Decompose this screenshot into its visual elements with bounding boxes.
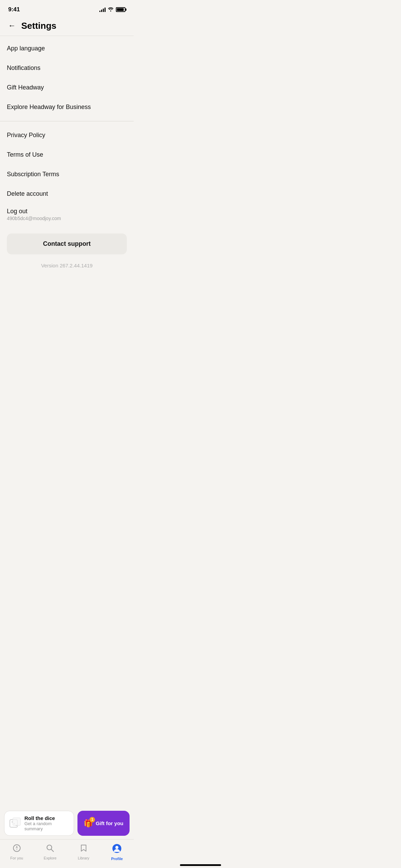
logout-email: 490b5dc4@moodjoy.com: [7, 216, 127, 221]
status-icons: [99, 7, 125, 13]
signal-icon: [99, 7, 106, 12]
settings-section-1: App language Notifications Gift Headway …: [0, 36, 134, 120]
settings-item-explore-business[interactable]: Explore Headway for Business: [0, 97, 134, 117]
settings-item-privacy-policy[interactable]: Privacy Policy: [0, 125, 134, 145]
section-divider-1: [0, 121, 134, 121]
version-text: Version 267.2.44.1419: [0, 263, 134, 268]
contact-support-button[interactable]: Contact support: [7, 233, 127, 254]
settings-item-notifications[interactable]: Notifications: [0, 58, 134, 78]
settings-section-2: Privacy Policy Terms of Use Subscription…: [0, 123, 134, 225]
settings-item-terms-of-use[interactable]: Terms of Use: [0, 145, 134, 165]
settings-item-subscription-terms[interactable]: Subscription Terms: [0, 165, 134, 184]
wifi-icon: [108, 7, 114, 13]
settings-item-gift-headway[interactable]: Gift Headway: [0, 78, 134, 97]
settings-item-app-language[interactable]: App language: [0, 39, 134, 58]
status-time: 9:41: [8, 6, 20, 13]
back-button[interactable]: ←: [7, 20, 17, 32]
logout-label: Log out: [7, 208, 127, 215]
page-title: Settings: [21, 21, 57, 31]
status-bar: 9:41: [0, 0, 134, 17]
battery-icon: [116, 7, 125, 12]
header: ← Settings: [0, 17, 134, 36]
settings-item-logout[interactable]: Log out 490b5dc4@moodjoy.com: [0, 204, 134, 222]
settings-item-delete-account[interactable]: Delete account: [0, 184, 134, 204]
